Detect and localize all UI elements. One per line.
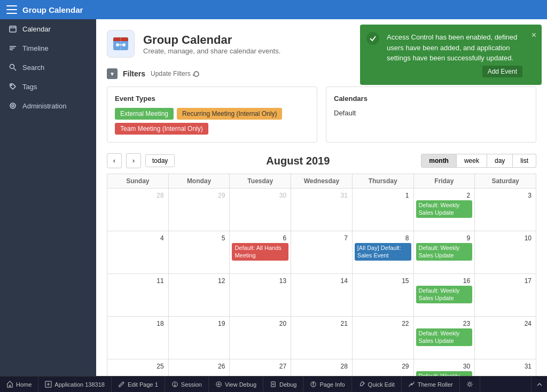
- calendar-event[interactable]: [All Day] Default: Sales Event: [355, 243, 411, 261]
- bottom-edit-page[interactable]: Edit Page 1: [112, 377, 165, 392]
- main-layout: Calendar Timeline Search: [0, 19, 547, 376]
- info-icon: [310, 381, 317, 388]
- event-tags-list: External Meeting Recurring Meeting (Inte…: [115, 108, 309, 135]
- update-filters-button[interactable]: Update Filters: [151, 70, 200, 77]
- day-cell[interactable]: 1: [352, 189, 413, 231]
- bottom-debug[interactable]: Debug: [263, 377, 303, 392]
- day-cell[interactable]: 19: [168, 317, 230, 359]
- next-month-button[interactable]: ›: [126, 153, 141, 168]
- svg-rect-28: [271, 382, 275, 387]
- col-thursday: Thursday: [352, 174, 413, 189]
- view-debug-icon: [215, 381, 222, 388]
- topbar: Group Calendar: [0, 0, 547, 19]
- page-subtitle: Create, manage, and share calendar event…: [143, 47, 280, 55]
- sidebar-label-search: Search: [22, 64, 44, 72]
- content-area: Access Control has been enabled, defined…: [96, 19, 547, 376]
- view-list-button[interactable]: list: [513, 154, 536, 168]
- scroll-top-button[interactable]: [531, 377, 547, 393]
- bottom-page-info[interactable]: Page Info: [303, 377, 351, 392]
- col-sunday: Sunday: [107, 174, 169, 189]
- day-cell[interactable]: 31: [291, 189, 353, 231]
- sidebar-item-timeline[interactable]: Timeline: [0, 38, 96, 58]
- calendar-grid: Sunday Monday Tuesday Wednesday Thursday…: [107, 174, 536, 376]
- day-cell[interactable]: 6Default: All Hands Meeting: [230, 231, 291, 274]
- table-row: 25 26 27 28 29 30Default: Weekly Sales U…: [107, 359, 536, 377]
- bottom-application[interactable]: Application 138318: [38, 377, 112, 392]
- day-cell[interactable]: 22: [352, 317, 413, 359]
- day-cell[interactable]: 31: [475, 359, 536, 377]
- view-day-button[interactable]: day: [487, 154, 513, 168]
- bottom-view-debug[interactable]: View Debug: [209, 377, 263, 392]
- sidebar-label-tags: Tags: [22, 83, 37, 91]
- day-cell[interactable]: 28: [291, 359, 353, 377]
- admin-icon: [9, 101, 17, 110]
- col-wednesday: Wednesday: [291, 174, 353, 189]
- prev-month-button[interactable]: ‹: [107, 153, 122, 168]
- view-week-button[interactable]: week: [457, 154, 487, 168]
- calendar-event[interactable]: Default: Weekly Sales Update: [416, 243, 473, 261]
- calendar-event[interactable]: Default: Weekly Sales Update: [416, 200, 473, 218]
- calendar-event[interactable]: Default: Weekly Sales Update: [416, 371, 473, 376]
- today-button[interactable]: today: [145, 154, 175, 167]
- bottom-quick-edit[interactable]: Quick Edit: [352, 377, 402, 392]
- calendar-event[interactable]: Default: Weekly Sales Update: [416, 286, 473, 303]
- view-month-button[interactable]: month: [421, 154, 457, 168]
- bottom-home[interactable]: Home: [0, 377, 38, 392]
- day-cell[interactable]: 14: [291, 274, 353, 317]
- day-cell[interactable]: 10: [475, 231, 536, 274]
- day-cell[interactable]: 4: [107, 231, 169, 274]
- day-cell[interactable]: 9Default: Weekly Sales Update: [413, 231, 475, 274]
- bottom-settings[interactable]: [460, 377, 480, 392]
- notification-action-button[interactable]: Add Event: [482, 66, 522, 77]
- day-cell[interactable]: 2Default: Weekly Sales Update: [413, 189, 475, 231]
- svg-point-17: [122, 43, 126, 46]
- day-cell[interactable]: 28: [107, 189, 169, 231]
- day-cell[interactable]: 23Default: Weekly Sales Update: [413, 317, 475, 359]
- bottom-theme-roller[interactable]: Theme Roller: [402, 377, 460, 392]
- day-cell[interactable]: 3: [475, 189, 536, 231]
- col-monday: Monday: [168, 174, 230, 189]
- day-cell[interactable]: 29: [168, 189, 230, 231]
- calendar-event[interactable]: Default: All Hands Meeting: [232, 243, 288, 261]
- event-tag-recurring[interactable]: Recurring Meeting (Internal Only): [177, 108, 282, 120]
- svg-point-24: [175, 385, 175, 386]
- notification-banner: Access Control has been enabled, defined…: [360, 25, 542, 85]
- day-cell[interactable]: 25: [107, 359, 169, 377]
- event-tag-external[interactable]: External Meeting: [115, 108, 174, 120]
- day-cell[interactable]: 8[All Day] Default: Sales Event: [352, 231, 413, 274]
- filters-label: Filters: [123, 69, 145, 78]
- day-cell[interactable]: 27: [230, 359, 291, 377]
- day-cell[interactable]: 20: [230, 317, 291, 359]
- day-cell[interactable]: 5: [168, 231, 230, 274]
- day-cell[interactable]: 7: [291, 231, 353, 274]
- notification-close-button[interactable]: ×: [532, 29, 536, 42]
- sidebar-item-search[interactable]: Search: [0, 58, 96, 77]
- day-cell[interactable]: 30: [230, 189, 291, 231]
- filter-toggle-button[interactable]: ▼: [107, 68, 118, 79]
- day-cell[interactable]: 13: [230, 274, 291, 317]
- sidebar-item-tags[interactable]: Tags: [0, 77, 96, 96]
- day-cell[interactable]: 26: [168, 359, 230, 377]
- session-icon: [171, 381, 178, 388]
- day-cell[interactable]: 17: [475, 274, 536, 317]
- day-cell[interactable]: 18: [107, 317, 169, 359]
- day-cell[interactable]: 30Default: Weekly Sales Update: [413, 359, 475, 377]
- event-tag-team[interactable]: Team Meeting (Internal Only): [115, 123, 208, 135]
- quick-edit-icon: [358, 381, 365, 388]
- day-cell[interactable]: 12: [168, 274, 230, 317]
- table-row: 28 29 30 31 1 2Default: Weekly Sales Upd…: [107, 189, 536, 231]
- bottom-session[interactable]: Session: [165, 377, 209, 392]
- day-cell[interactable]: 29: [352, 359, 413, 377]
- sidebar-item-administration[interactable]: Administration: [0, 96, 96, 115]
- day-cell[interactable]: 21: [291, 317, 353, 359]
- svg-rect-0: [10, 26, 16, 32]
- sidebar-item-calendar[interactable]: Calendar: [0, 19, 96, 38]
- debug-icon: [270, 381, 277, 388]
- day-cell[interactable]: 15: [352, 274, 413, 317]
- day-cell[interactable]: 24: [475, 317, 536, 359]
- day-cell[interactable]: 11: [107, 274, 169, 317]
- day-cell[interactable]: 16Default: Weekly Sales Update: [413, 274, 475, 317]
- calendar-event[interactable]: Default: Weekly Sales Update: [416, 328, 473, 346]
- hamburger-icon[interactable]: [6, 4, 17, 15]
- search-icon: [9, 63, 17, 72]
